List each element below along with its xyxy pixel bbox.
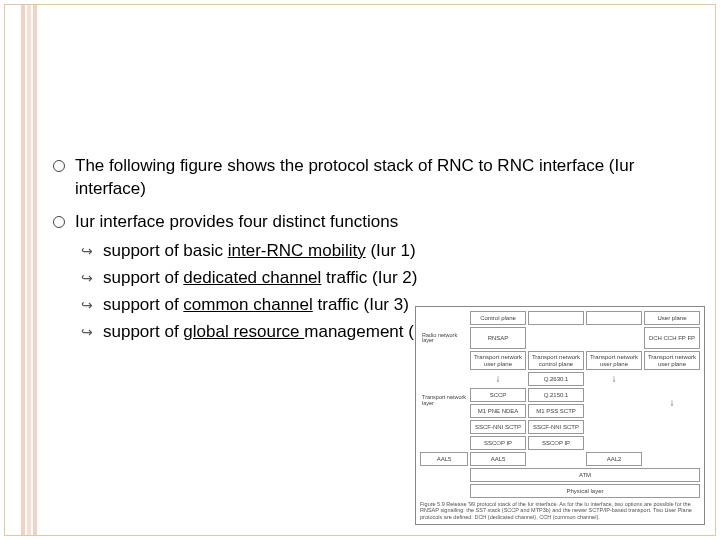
diagram-cell: SSCOP IP xyxy=(470,436,526,450)
stripe xyxy=(21,5,25,535)
bullet-text: The following figure shows the protocol … xyxy=(75,156,634,198)
diagram-header xyxy=(586,311,642,325)
diagram-header: User plane xyxy=(644,311,700,325)
sub-bullet-icon: ↪ xyxy=(81,242,93,261)
diagram-cell: RNSAP xyxy=(470,327,526,349)
bullet-item: The following figure shows the protocol … xyxy=(53,155,695,201)
diagram-header xyxy=(528,311,584,325)
underlined-text: common channel xyxy=(183,295,312,314)
diagram-subheader: Transport network user plane xyxy=(586,351,642,370)
text: support of basic xyxy=(103,241,228,260)
text: support of xyxy=(103,268,183,287)
diagram-side-label xyxy=(420,311,468,325)
diagram-cell: SCCP xyxy=(470,388,526,402)
sub-bullet-item: ↪ support of dedicated channel traffic (… xyxy=(75,267,695,290)
diagram-grid: Control plane User plane Radio network l… xyxy=(420,311,700,498)
diagram-cell: DCH CCH FP FP xyxy=(644,327,700,349)
sub-bullet-icon: ↪ xyxy=(81,323,93,342)
diagram-cell: SSCF-NNI SCTP xyxy=(528,420,584,434)
underlined-text: inter-RNC mobility xyxy=(228,241,366,260)
text: traffic (Iur 3) xyxy=(313,295,409,314)
text: support of xyxy=(103,322,183,341)
diagram-arrow: ↓ xyxy=(586,372,642,386)
diagram-cell: Q.2150.1 xyxy=(528,388,584,402)
diagram-empty xyxy=(586,388,642,402)
diagram-cell: SSCF-NNI SCTP xyxy=(470,420,526,434)
arrow-down-icon: ↓ xyxy=(612,374,617,384)
diagram-cell: M1 PSS SCTP xyxy=(528,404,584,418)
diagram-side-label xyxy=(644,436,700,450)
diagram-side-label xyxy=(644,452,700,466)
arrow-down-icon: ↓ xyxy=(496,374,501,384)
diagram-cell: M1 PNE NDEA xyxy=(470,404,526,418)
slide-frame: The following figure shows the protocol … xyxy=(4,4,716,536)
diagram-subheader: Transport network user plane xyxy=(470,351,526,370)
sub-bullet-icon: ↪ xyxy=(81,296,93,315)
diagram-empty xyxy=(586,436,642,450)
diagram-subheader: Transport network user plane xyxy=(644,351,700,370)
diagram-arrow: ↓ xyxy=(470,372,526,386)
diagram-empty xyxy=(586,420,642,434)
diagram-cell: AAL5 xyxy=(420,452,468,466)
protocol-stack-diagram: Control plane User plane Radio network l… xyxy=(415,306,705,525)
diagram-empty xyxy=(586,327,642,349)
sub-bullet-icon: ↪ xyxy=(81,269,93,288)
diagram-subheader: Transport network control plane xyxy=(528,351,584,370)
diagram-empty xyxy=(586,404,642,418)
bullet-text: Iur interface provides four distinct fun… xyxy=(75,212,398,231)
diagram-side-label: Transport network layer xyxy=(420,351,468,450)
diagram-cell: Physical layer xyxy=(470,484,700,498)
diagram-side-label xyxy=(420,484,468,498)
arrow-down-icon: ↓ xyxy=(670,398,675,408)
diagram-cell: SSCOP IP xyxy=(528,436,584,450)
underlined-text: global resource xyxy=(183,322,304,341)
accent-stripes xyxy=(21,5,37,535)
text: support of xyxy=(103,295,183,314)
diagram-side-label: Radio network layer xyxy=(420,327,468,349)
diagram-cell: Q.2630.1 xyxy=(528,372,584,386)
diagram-empty xyxy=(528,452,584,466)
underlined-text: dedicated channel xyxy=(183,268,321,287)
diagram-cell: ATM xyxy=(470,468,700,482)
diagram-cell: AAL5 xyxy=(470,452,526,466)
text: traffic (Iur 2) xyxy=(321,268,417,287)
stripe xyxy=(33,5,37,535)
diagram-cell: AAL2 xyxy=(586,452,642,466)
text: (Iur 1) xyxy=(366,241,416,260)
stripe xyxy=(27,5,31,535)
sub-bullet-item: ↪ support of basic inter-RNC mobility (I… xyxy=(75,240,695,263)
diagram-empty xyxy=(528,327,584,349)
diagram-caption: Figure 5.9 Release '99 protocol stack of… xyxy=(420,501,700,520)
diagram-header: Control plane xyxy=(470,311,526,325)
diagram-arrow: ↓ xyxy=(644,372,700,434)
